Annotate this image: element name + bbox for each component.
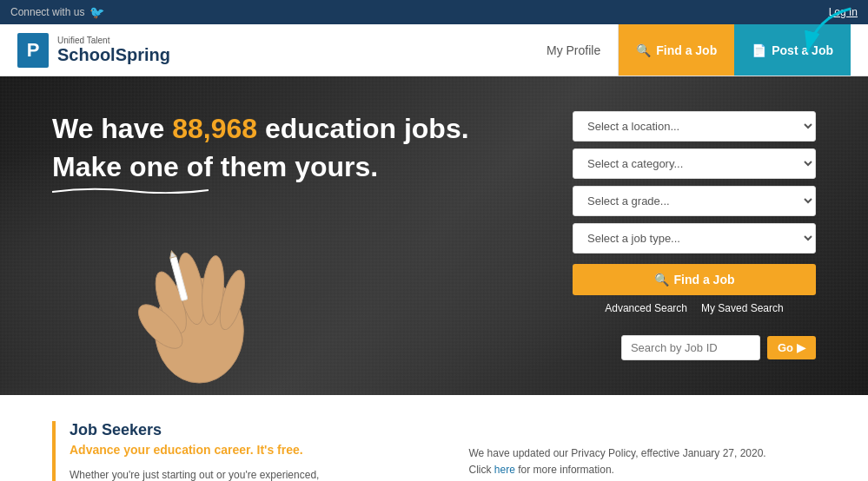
find-job-search-button[interactable]: 🔍 Find a Job <box>573 264 816 295</box>
go-button[interactable]: Go ▶ <box>767 336 816 359</box>
logo-text: Unified Talent SchoolSpring <box>57 36 170 65</box>
hero-section: We have 88,968 education jobs. Make one … <box>0 76 868 395</box>
header: P Unified Talent SchoolSpring My Profile… <box>0 24 868 76</box>
advanced-search-link[interactable]: Advanced Search <box>605 302 687 314</box>
hero-heading: We have 88,968 education jobs. <box>52 111 538 148</box>
location-select[interactable]: Select a location... <box>573 111 816 142</box>
job-seekers-title: Job Seekers <box>70 421 417 439</box>
login-button[interactable]: Log In <box>829 6 858 18</box>
search-panel: Select a location... Select a category..… <box>573 111 816 360</box>
search-icon: 🔍 <box>636 43 651 57</box>
saved-search-link[interactable]: My Saved Search <box>701 302 784 314</box>
category-select[interactable]: Select a category... <box>573 148 816 179</box>
heading-prefix: We have <box>52 113 164 144</box>
post-job-button[interactable]: 📄 Post a Job <box>734 24 851 76</box>
logo-subtitle: Unified Talent <box>57 36 170 45</box>
privacy-desc: We have updated our Privacy Policy, effe… <box>469 447 766 476</box>
job-id-input[interactable] <box>621 335 760 360</box>
connect-text: Connect with us <box>10 6 84 18</box>
doc-icon: 📄 <box>752 43 766 57</box>
connect-us: Connect with us 🐦 <box>10 5 104 19</box>
bottom-section: Job Seekers Advance your education caree… <box>0 395 868 481</box>
job-seekers-subtitle: Advance your education career. It's free… <box>70 443 417 457</box>
job-seekers-desc: Whether you're just starting out or you'… <box>70 467 417 481</box>
heading-suffix: education jobs. <box>265 113 469 144</box>
privacy-panel: We have updated our Privacy Policy, effe… <box>469 421 817 481</box>
twitter-icon[interactable]: 🐦 <box>89 5 104 19</box>
my-profile-button[interactable]: My Profile <box>529 24 619 76</box>
search-icon: 🔍 <box>654 273 669 287</box>
job-type-select[interactable]: Select a job type... <box>573 223 816 254</box>
privacy-link[interactable]: here <box>494 464 515 476</box>
job-seekers-panel: Job Seekers Advance your education caree… <box>52 421 417 481</box>
find-job-nav-button[interactable]: 🔍 Find a Job <box>619 24 734 76</box>
svg-marker-8 <box>169 250 176 258</box>
job-count: 88,968 <box>172 113 257 144</box>
job-id-row: Go ▶ <box>573 335 816 360</box>
logo: P Unified Talent SchoolSpring <box>17 33 170 68</box>
play-icon: ▶ <box>797 341 805 354</box>
search-links: Advanced Search My Saved Search <box>573 302 816 314</box>
logo-name: SchoolSpring <box>57 45 170 65</box>
nav: My Profile 🔍 Find a Job 📄 Post a Job <box>529 24 851 76</box>
hand-illustration <box>104 169 278 395</box>
logo-letter: P <box>17 33 49 68</box>
grade-select[interactable]: Select a grade... <box>573 186 816 216</box>
top-bar: Connect with us 🐦 Log In <box>0 0 868 24</box>
